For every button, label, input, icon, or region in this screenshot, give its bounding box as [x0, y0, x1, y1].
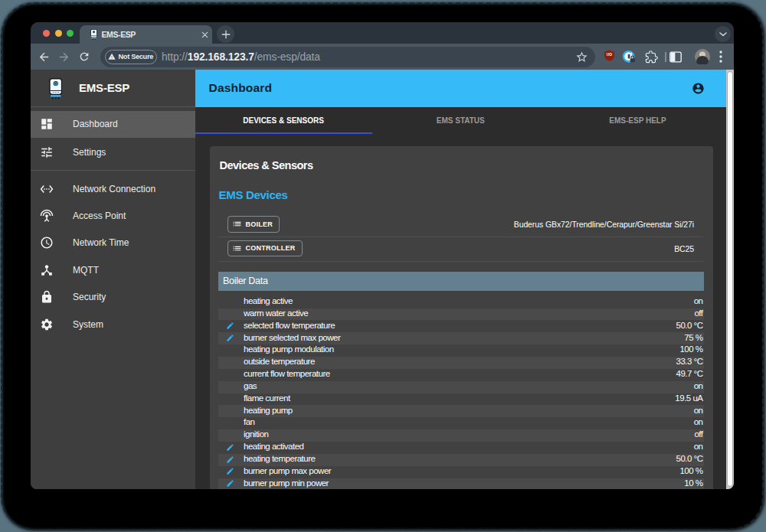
svg-text:UO: UO [606, 53, 612, 57]
